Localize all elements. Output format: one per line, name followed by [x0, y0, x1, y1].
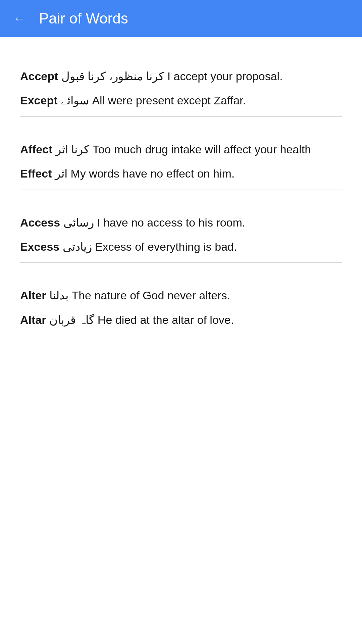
- sentence-altar: He died at the altar of love.: [98, 313, 234, 326]
- urdu-excess: زیادتی: [63, 240, 92, 253]
- keyword-alter: Alter: [20, 289, 46, 302]
- keyword-affect: Affect: [20, 143, 52, 156]
- sentence-excess: Excess of everything is bad.: [95, 240, 237, 253]
- word-line-altar: Altar گاہ قربان He died at the altar of …: [20, 311, 342, 329]
- word-pair-1: Accept کرنا منظور، کرنا قبول I accept yo…: [20, 47, 342, 117]
- app-header: ← Pair of Words: [0, 0, 362, 37]
- content-area: Accept کرنا منظور، کرنا قبول I accept yo…: [0, 37, 362, 359]
- sentence-effect: My words have no effect on him.: [70, 167, 235, 180]
- word-line-except: Except سوائے All were present except Zaf…: [20, 91, 342, 109]
- back-button[interactable]: ←: [13, 12, 25, 24]
- word-line-access: Access رسائی I have no access to his roo…: [20, 213, 342, 232]
- keyword-excess: Excess: [20, 240, 59, 253]
- sentence-alter: The nature of God never alters.: [71, 289, 230, 302]
- keyword-effect: Effect: [20, 167, 52, 180]
- urdu-affect: کرنا اثر: [56, 143, 89, 156]
- page-title: Pair of Words: [39, 10, 128, 27]
- word-line-affect: Affect کرنا اثر Too much drug intake wil…: [20, 140, 342, 158]
- word-pair-3: Access رسائی I have no access to his roo…: [20, 193, 342, 263]
- urdu-effect: اثر: [55, 167, 67, 180]
- word-line-accept: Accept کرنا منظور، کرنا قبول I accept yo…: [20, 67, 342, 85]
- sentence-except: All were present except Zaffar.: [92, 94, 246, 107]
- urdu-altar: گاہ قربان: [49, 313, 94, 326]
- sentence-accept: I accept your proposal.: [167, 70, 283, 83]
- urdu-alter: بدلنا: [49, 289, 68, 302]
- sentence-access: I have no access to his room.: [97, 216, 245, 229]
- keyword-altar: Altar: [20, 313, 46, 326]
- word-pair-2: Affect کرنا اثر Too much drug intake wil…: [20, 120, 342, 190]
- keyword-accept: Accept: [20, 70, 58, 83]
- keyword-access: Access: [20, 216, 60, 229]
- word-line-alter: Alter بدلنا The nature of God never alte…: [20, 286, 342, 304]
- sentence-affect: Too much drug intake will affect your he…: [93, 143, 311, 156]
- keyword-except: Except: [20, 94, 58, 107]
- word-line-effect: Effect اثر My words have no effect on hi…: [20, 164, 342, 183]
- word-line-excess: Excess زیادتی Excess of everything is ba…: [20, 238, 342, 256]
- urdu-access: رسائی: [63, 216, 94, 229]
- urdu-accept: کرنا منظور، کرنا قبول: [61, 70, 164, 83]
- word-pair-4: Alter بدلنا The nature of God never alte…: [20, 266, 342, 336]
- urdu-except: سوائے: [61, 94, 89, 107]
